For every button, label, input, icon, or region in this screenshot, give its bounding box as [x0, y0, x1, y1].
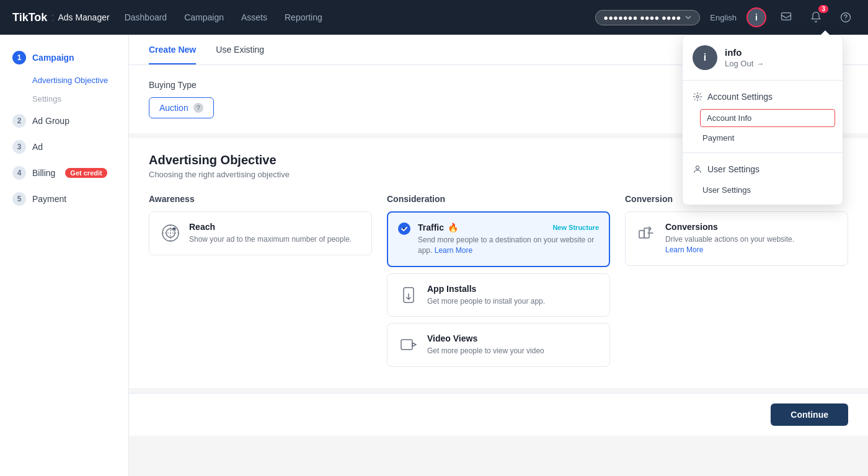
billing-get-credit-badge[interactable]: Get credit	[65, 168, 107, 178]
logo-tiktok-text: TikTok	[12, 11, 47, 24]
objective-card-app-installs[interactable]: App Installs Get more people to install …	[387, 273, 610, 317]
account-selector-text: ●●●●●●● ●●●● ●●●●	[603, 13, 681, 22]
category-conversion: Conversion Conversions Drive valuable ac…	[625, 194, 848, 373]
category-awareness: Awareness Reach Show your ad to the maxi…	[149, 194, 372, 373]
messages-button[interactable]	[776, 7, 796, 27]
objective-categories: Awareness Reach Show your ad to the maxi…	[149, 194, 848, 373]
continue-button[interactable]: Continue	[771, 403, 848, 426]
nav-dashboard[interactable]: Dashboard	[125, 10, 167, 25]
auction-label: Auction	[159, 103, 188, 113]
svg-rect-7	[401, 340, 412, 350]
bell-icon	[810, 11, 822, 24]
tab-create-new[interactable]: Create New	[149, 35, 196, 64]
dropdown-item-payment[interactable]: Payment	[683, 128, 843, 148]
sidebar-label-billing: Billing	[32, 168, 55, 178]
nav-campaign[interactable]: Campaign	[184, 10, 224, 25]
dropdown-user-settings-header[interactable]: User Settings	[683, 158, 843, 180]
tab-use-existing[interactable]: Use Existing	[216, 35, 264, 64]
objective-card-video-views[interactable]: Video Views Get more people to view your…	[387, 323, 610, 367]
svg-point-10	[696, 95, 699, 98]
conversions-icon	[636, 222, 658, 244]
sidebar-item-payment[interactable]: 5 Payment	[0, 186, 128, 212]
logo-separator: :	[51, 11, 54, 24]
dropdown-account-settings-header[interactable]: Account Settings	[683, 86, 843, 108]
sidebar-label-ad: Ad	[32, 142, 43, 152]
svg-point-11	[696, 166, 699, 169]
category-awareness-title: Awareness	[149, 194, 372, 204]
messages-icon	[780, 11, 792, 24]
traffic-content: Traffic 🔥 New Structure Send more people…	[418, 223, 599, 256]
reach-desc: Show your ad to the maximum number of pe…	[189, 234, 352, 245]
step-3-circle: 3	[12, 140, 26, 154]
header-right: ●●●●●●● ●●●● ●●●● English i 3	[595, 7, 856, 27]
sidebar-sub-advertising-objective[interactable]: Advertising Objective	[0, 71, 128, 89]
dropdown-account-settings-section: Account Settings Account Info Payment	[683, 81, 843, 153]
user-name: info	[725, 47, 764, 58]
nav-reporting[interactable]: Reporting	[285, 10, 322, 25]
sidebar-label-campaign: Campaign	[32, 53, 74, 63]
account-selector-button[interactable]: ●●●●●●● ●●●● ●●●●	[595, 10, 700, 25]
step-1-circle: 1	[12, 51, 26, 64]
conversions-learn-more-link[interactable]: Learn More	[665, 245, 703, 254]
conversions-name: Conversions	[665, 222, 794, 232]
app-installs-desc: Get more people to install your app.	[427, 296, 545, 307]
traffic-desc: Send more people to a destination on you…	[418, 235, 599, 256]
question-mark-icon	[839, 11, 852, 24]
conversions-content: Conversions Drive valuable actions on yo…	[665, 222, 794, 255]
logout-arrow-icon: →	[756, 59, 764, 68]
logo: TikTok : Ads Manager	[12, 11, 110, 24]
step-5-circle: 5	[12, 192, 26, 206]
chevron-down-icon	[684, 14, 692, 21]
sidebar-item-campaign[interactable]: 1 Campaign	[0, 45, 128, 71]
header-nav: Dashboard Campaign Assets Reporting	[125, 10, 322, 25]
dropdown-user-section: i info Log Out →	[683, 35, 843, 81]
svg-rect-8	[639, 231, 644, 238]
dropdown-item-account-info[interactable]: Account Info	[700, 109, 835, 127]
auction-help-icon[interactable]: ?	[193, 103, 203, 113]
svg-point-2	[845, 20, 846, 20]
sidebar-sub-label-settings: Settings	[32, 94, 61, 104]
user-settings-icon	[693, 164, 702, 174]
dropdown-user-settings-section: User Settings User Settings	[683, 153, 843, 205]
header-left: TikTok : Ads Manager Dashboard Campaign …	[12, 10, 322, 25]
reach-content: Reach Show your ad to the maximum number…	[189, 222, 352, 245]
sidebar-label-ad-group: Ad Group	[32, 116, 69, 126]
logout-link[interactable]: Log Out →	[725, 59, 764, 68]
sidebar-item-ad-group[interactable]: 2 Ad Group	[0, 108, 128, 134]
video-views-content: Video Views Get more people to view your…	[427, 333, 544, 356]
language-selector[interactable]: English	[710, 13, 737, 22]
objective-card-reach[interactable]: Reach Show your ad to the maximum number…	[149, 211, 372, 255]
nav-assets[interactable]: Assets	[241, 10, 267, 25]
sidebar-item-billing[interactable]: 4 Billing Get credit	[0, 160, 128, 186]
dropdown-arrow	[820, 30, 830, 35]
auction-button[interactable]: Auction ?	[149, 97, 214, 118]
sidebar-item-ad[interactable]: 3 Ad	[0, 134, 128, 160]
objective-card-conversions[interactable]: Conversions Drive valuable actions on yo…	[625, 211, 848, 266]
header: TikTok : Ads Manager Dashboard Campaign …	[0, 0, 868, 35]
traffic-name: Traffic 🔥 New Structure	[418, 223, 599, 232]
dropdown-item-user-settings[interactable]: User Settings	[683, 180, 843, 200]
category-consideration-title: Consideration	[387, 194, 610, 204]
dropdown-overlay: i info Log Out → Account Settings Accoun…	[682, 35, 843, 205]
user-info-button[interactable]: i	[746, 7, 766, 27]
user-avatar: i	[693, 45, 717, 70]
app-installs-name: App Installs	[427, 284, 545, 294]
video-views-desc: Get more people to view your video	[427, 346, 544, 356]
app-installs-icon	[397, 284, 420, 306]
new-structure-badge: New Structure	[552, 224, 599, 231]
step-4-circle: 4	[12, 166, 26, 180]
content-footer: Continue	[129, 393, 868, 436]
objective-card-traffic[interactable]: Traffic 🔥 New Structure Send more people…	[387, 211, 610, 267]
sidebar: 1 Campaign Advertising Objective Setting…	[0, 35, 129, 476]
sidebar-sub-label-advertising-objective: Advertising Objective	[32, 76, 108, 85]
traffic-learn-more-link[interactable]: Learn More	[435, 246, 472, 255]
reach-name: Reach	[189, 222, 352, 232]
app-installs-content: App Installs Get more people to install …	[427, 284, 545, 307]
help-button[interactable]	[836, 7, 856, 27]
traffic-check-icon	[398, 223, 410, 235]
sidebar-sub-settings[interactable]: Settings	[0, 89, 128, 108]
notifications-button[interactable]: 3	[806, 7, 826, 27]
logo-ads-text: Ads Manager	[58, 12, 109, 22]
settings-icon	[693, 92, 702, 102]
fire-emoji: 🔥	[448, 223, 458, 232]
